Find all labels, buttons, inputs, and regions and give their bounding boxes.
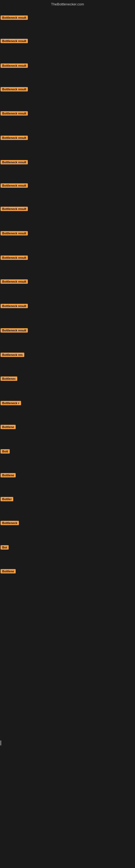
bottleneck-badge[interactable]: Bott xyxy=(1,449,10,454)
bottleneck-badge[interactable]: Bottleneck xyxy=(1,521,19,525)
list-item[interactable]: Bottleneck result xyxy=(1,63,28,69)
bottleneck-badge[interactable]: Bottlene xyxy=(1,569,16,574)
list-item[interactable]: Bottleneck result xyxy=(1,39,28,44)
bottleneck-badge[interactable]: Bottleneck result xyxy=(1,135,28,140)
list-item[interactable]: Bottler xyxy=(1,497,13,502)
bottleneck-badge[interactable]: Bottleneck result xyxy=(1,183,28,188)
list-item[interactable]: Bottleneck result xyxy=(1,207,28,212)
bottleneck-badge[interactable]: Bottleneck result xyxy=(1,231,28,236)
list-item[interactable]: Bottleneck result xyxy=(1,328,28,334)
list-item[interactable]: Bottlene xyxy=(1,473,16,478)
bottleneck-badge[interactable]: Bottleneck r xyxy=(1,401,21,405)
bottleneck-badge[interactable]: Bottleneck result xyxy=(1,87,28,91)
bottleneck-badge[interactable]: Bottleneck res xyxy=(1,352,24,357)
bottleneck-badge[interactable]: Bottleneck result xyxy=(1,160,28,164)
list-item[interactable]: Bottleneck r xyxy=(1,401,21,406)
cursor-indicator xyxy=(1,741,1,745)
bottleneck-badge[interactable]: Bot xyxy=(1,545,9,550)
list-item[interactable]: Bottleneck result xyxy=(1,279,28,285)
list-item[interactable]: Bott xyxy=(1,449,10,455)
list-item[interactable]: Bottlenec xyxy=(1,376,17,382)
list-item[interactable]: Bottleneck result xyxy=(1,160,28,165)
bottleneck-badge[interactable]: Bottleneck result xyxy=(1,111,28,116)
bottleneck-badge[interactable]: Bottleneck result xyxy=(1,63,28,68)
bottleneck-badge[interactable]: Bottleneck result xyxy=(1,304,28,308)
list-item[interactable]: Bottlene xyxy=(1,425,16,430)
bottleneck-badge[interactable]: Bottleneck result xyxy=(1,16,28,20)
list-item[interactable]: Bottleneck result xyxy=(1,16,28,21)
bottleneck-badge[interactable]: Bottlenec xyxy=(1,376,17,381)
list-item[interactable]: Bottleneck result xyxy=(1,111,28,117)
bottleneck-items-container xyxy=(0,7,135,8)
list-item[interactable]: Bottleneck result xyxy=(1,231,28,237)
site-header: TheBottlenecker.com xyxy=(0,0,135,7)
bottleneck-badge[interactable]: Bottleneck result xyxy=(1,39,28,43)
list-item[interactable]: Bottleneck result xyxy=(1,255,28,261)
list-item[interactable]: Bottleneck result xyxy=(1,183,28,189)
site-title: TheBottlenecker.com xyxy=(51,2,84,6)
list-item[interactable]: Bottleneck result xyxy=(1,87,28,93)
bottleneck-badge[interactable]: Bottleneck result xyxy=(1,279,28,284)
list-item[interactable]: Bottlene xyxy=(1,569,16,575)
list-item[interactable]: Bottleneck xyxy=(1,521,19,526)
bottleneck-badge[interactable]: Bottlene xyxy=(1,473,16,477)
bottleneck-badge[interactable]: Bottleneck result xyxy=(1,207,28,211)
bottleneck-badge[interactable]: Bottler xyxy=(1,497,13,501)
bottleneck-badge[interactable]: Bottleneck result xyxy=(1,255,28,260)
page-wrapper: TheBottlenecker.com Bottleneck resultBot… xyxy=(0,0,135,8)
bottleneck-badge[interactable]: Bottlene xyxy=(1,425,16,429)
list-item[interactable]: Bot xyxy=(1,545,9,551)
list-item[interactable]: Bottleneck res xyxy=(1,352,24,358)
list-item[interactable]: Bottleneck result xyxy=(1,135,28,141)
list-item[interactable]: Bottleneck result xyxy=(1,304,28,309)
bottleneck-badge[interactable]: Bottleneck result xyxy=(1,328,28,333)
